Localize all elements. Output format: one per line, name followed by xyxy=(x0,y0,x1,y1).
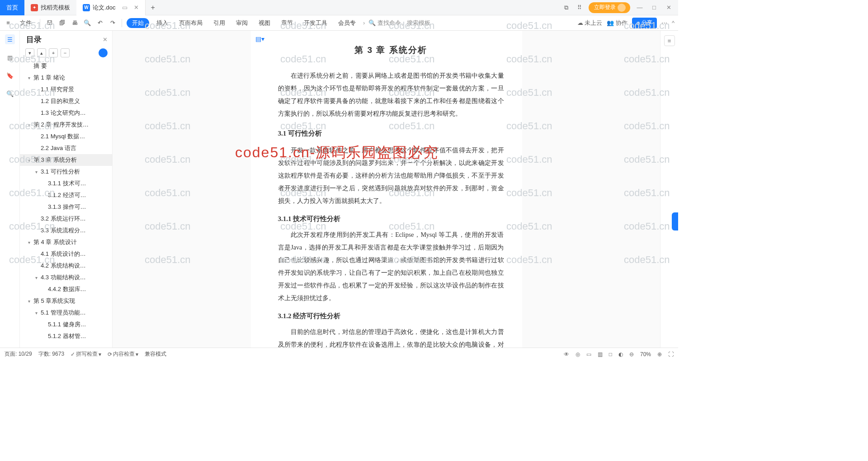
close-icon[interactable]: ✕ xyxy=(134,4,139,11)
zoom-in-icon[interactable]: ⊕ xyxy=(657,351,662,358)
login-button[interactable]: 立即登录 xyxy=(589,2,630,13)
start-tab[interactable]: 开始 xyxy=(127,18,149,28)
cloud-status[interactable]: ☁ 未上云 xyxy=(577,19,603,27)
preview-icon[interactable]: 🔍 xyxy=(83,19,92,28)
zoom-value[interactable]: 70% xyxy=(640,351,651,358)
collab-label: 协作 xyxy=(616,19,627,26)
outline-item[interactable]: 5.1.2 器材管… xyxy=(20,330,112,342)
maximize-icon[interactable]: □ xyxy=(649,4,659,11)
ai-robot-icon[interactable] xyxy=(99,48,108,57)
search-icon[interactable]: 🔍 xyxy=(5,89,15,99)
menu-member[interactable]: 会员专 xyxy=(335,19,359,27)
add-item-icon[interactable]: + xyxy=(49,48,58,57)
window-split-icon[interactable]: ⧉ xyxy=(561,3,571,12)
page-layout-icon[interactable]: ▥ xyxy=(598,351,603,358)
tab-document[interactable]: W论文.doc▭✕ xyxy=(76,0,146,15)
redo-icon[interactable]: ↷ xyxy=(108,19,117,28)
collab-button[interactable]: 👥 协作 xyxy=(607,19,627,27)
bookmark-icon[interactable]: 🔖 xyxy=(5,71,15,80)
tab-home[interactable]: 首页 xyxy=(0,0,24,15)
outline-tree: 摘 要▾第 1 章 绪论1.1 研究背景1.2 目的和意义1.3 论文研究内…▾… xyxy=(20,60,112,348)
tab-new[interactable]: + xyxy=(146,0,160,15)
outline-item[interactable]: 3.2 系统运行环… xyxy=(20,213,112,225)
remove-item-icon[interactable]: − xyxy=(61,48,70,57)
outline-item[interactable]: 2.1 Mysql 数据… xyxy=(20,131,112,142)
fit-icon[interactable]: ⛶ xyxy=(668,351,674,358)
eye-icon[interactable]: 👁 xyxy=(564,351,569,358)
content-check-label: 内容检查 xyxy=(113,350,135,358)
tab-templates[interactable]: ✦找稻壳模板 xyxy=(24,0,76,15)
zoom-out-icon[interactable]: ⊖ xyxy=(629,351,634,358)
menu-review[interactable]: 审阅 xyxy=(232,19,251,27)
compat-mode[interactable]: 兼容模式 xyxy=(145,350,166,358)
split-icon[interactable]: ▭ xyxy=(122,4,127,11)
word-count[interactable]: 字数: 9673 xyxy=(38,350,64,358)
outline-item[interactable]: 2.2 Java 语言 xyxy=(20,142,112,154)
outline-item[interactable]: 4.4.2 数据库… xyxy=(20,283,112,295)
outline-item[interactable]: 1.1 研究背景 xyxy=(20,84,112,95)
outline-item[interactable]: 1.2 目的和意义 xyxy=(20,95,112,107)
file-menu[interactable]: 文件 xyxy=(16,19,35,27)
outline-item[interactable]: ▾第 1 章 绪论 xyxy=(20,72,112,84)
command-search[interactable]: 🔍 查找命令、搜索模板 xyxy=(368,19,430,27)
page-icon[interactable]: ▥ xyxy=(5,52,15,62)
expand-all-icon[interactable]: ▴ xyxy=(37,48,46,57)
outline-item[interactable]: ▾第 2 章 程序开发技… xyxy=(20,119,112,131)
flame-icon: ✦ xyxy=(31,4,38,11)
menu-insert[interactable]: 插入 xyxy=(153,19,172,27)
paragraph: 在进行系统分析之前，需要从网络上或者是图书馆的开发类书籍中收集大量的资料，因为这… xyxy=(278,70,504,120)
menu-view[interactable]: 视图 xyxy=(255,19,274,27)
subsection-heading: 3.1.1 技术可行性分析 xyxy=(278,215,504,223)
menu-chapter[interactable]: 章节 xyxy=(278,19,297,27)
outline-item[interactable]: ▾4.3 功能结构设… xyxy=(20,272,112,283)
login-label: 立即登录 xyxy=(594,4,616,11)
outline-item[interactable]: 5.1.1 健身房… xyxy=(20,319,112,330)
read-layout-icon[interactable]: ▭ xyxy=(586,351,591,358)
apps-icon[interactable]: ⠿ xyxy=(575,3,584,12)
print-icon[interactable]: 🖶 xyxy=(70,19,79,28)
minimize-icon[interactable]: — xyxy=(635,4,645,11)
undo-icon[interactable]: ↶ xyxy=(95,19,104,28)
outline-item[interactable]: ▾3.1 可行性分析 xyxy=(20,166,112,178)
outline-panel: 目录 ✕ ▾ ▴ + − 摘 要▾第 1 章 绪论1.1 研究背景1.2 目的和… xyxy=(20,31,113,348)
share-button[interactable]: ⎋ 分享 xyxy=(632,18,657,28)
web-layout-icon[interactable]: □ xyxy=(609,351,612,358)
more-icon[interactable]: ⋯ xyxy=(661,19,667,26)
menu-references[interactable]: 引用 xyxy=(210,19,229,27)
menu-page-layout[interactable]: 页面布局 xyxy=(175,19,206,27)
outline-item[interactable]: 4.1 系统设计的… xyxy=(20,248,112,260)
focus-icon[interactable]: ◎ xyxy=(576,351,580,358)
paragraph: 此次开发程序使用到的开发工具有：Eclipse，Mysql 等工具，使用的开发语… xyxy=(278,229,504,305)
side-tab-handle[interactable] xyxy=(672,212,678,230)
menu-devtools[interactable]: 开发工具 xyxy=(300,19,331,27)
outline-item[interactable]: ▾第 5 章系统实现 xyxy=(20,295,112,307)
outline-item[interactable]: 1.3 论文研究内… xyxy=(20,107,112,119)
spellcheck-button[interactable]: ✓ 拼写检查 ▾ xyxy=(71,350,101,358)
page-marker-icon: ▤▾ xyxy=(255,35,264,42)
outline-item[interactable]: 3.1.3 操作可… xyxy=(20,201,112,213)
close-window-icon[interactable]: ✕ xyxy=(664,4,674,11)
outline-item[interactable]: ▾5.1 管理员功能… xyxy=(20,307,112,319)
outline-icon[interactable]: ☰ xyxy=(5,34,15,44)
outline-item[interactable]: 3.1.1 技术可… xyxy=(20,178,112,189)
settings-gear-icon[interactable]: ≡ xyxy=(664,35,675,46)
content-check-button[interactable]: ⟳ 内容检查 ▾ xyxy=(108,350,138,358)
document-page: ▤▾ 第 3 章 系统分析 在进行系统分析之前，需要从网络上或者是图书馆的开发类… xyxy=(251,31,522,348)
outline-item[interactable]: 4.2 系统结构设… xyxy=(20,260,112,272)
save-icon[interactable]: 🖫 xyxy=(45,19,54,28)
collapse-all-icon[interactable]: ▾ xyxy=(25,48,34,57)
outline-item[interactable]: 摘 要 xyxy=(20,60,112,72)
outline-item[interactable]: ▾第 3 章 系统分析 xyxy=(20,154,112,166)
outline-item[interactable]: ▾第 4 章 系统设计 xyxy=(20,236,112,248)
page-indicator[interactable]: 页面: 10/29 xyxy=(5,350,32,358)
close-outline-icon[interactable]: ✕ xyxy=(103,36,108,43)
dark-mode-icon[interactable]: ◐ xyxy=(618,351,623,358)
save-as-icon[interactable]: 🗐 xyxy=(57,19,66,28)
outline-item[interactable]: 3.1.2 经济可… xyxy=(20,189,112,201)
hamburger-icon[interactable]: ≡ xyxy=(4,19,13,28)
document-area[interactable]: ▤▾ 第 3 章 系统分析 在进行系统分析之前，需要从网络上或者是图书馆的开发类… xyxy=(113,31,660,348)
spellcheck-label: 拼写检查 xyxy=(76,350,98,358)
collapse-icon[interactable]: ^ xyxy=(672,19,675,26)
chevron-right-icon[interactable]: › xyxy=(363,19,365,26)
outline-item[interactable]: 3.3 系统流程分… xyxy=(20,225,112,236)
